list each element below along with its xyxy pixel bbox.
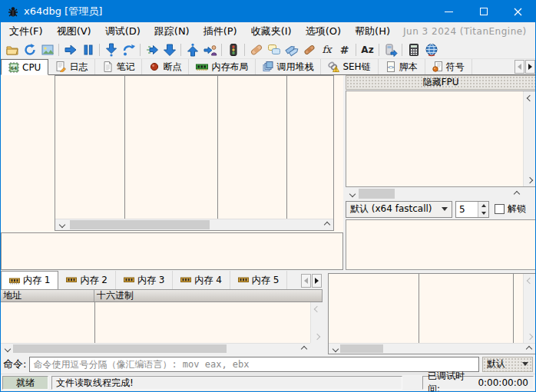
tab-script[interactable]: <> 脚本 [379, 59, 425, 74]
registers-horizontal-scrollbar[interactable] [346, 188, 523, 199]
preferences-button[interactable]: Az [359, 41, 376, 58]
execute-till-return-button[interactable] [184, 41, 201, 58]
unlock-checkbox[interactable] [495, 204, 505, 214]
step-into-button[interactable] [102, 41, 120, 58]
calculator-button[interactable] [405, 41, 422, 58]
scroll-right-button[interactable] [524, 344, 535, 354]
scrollbar-thumb[interactable] [340, 344, 383, 353]
scrollbar-thumb[interactable] [70, 220, 210, 229]
column-header-hex[interactable]: 十六进制 [94, 290, 323, 301]
argument-count-spinner[interactable]: 5 [455, 201, 489, 218]
spin-up-button[interactable] [478, 202, 488, 209]
tab-seh-chain[interactable]: SEH链 [321, 59, 378, 74]
trace-record-button[interactable] [224, 41, 242, 58]
tab-memory-map[interactable]: 内存布局 [189, 59, 256, 74]
command-input[interactable] [29, 357, 479, 372]
tab-scroll-left-button[interactable] [514, 60, 524, 74]
open-file-button[interactable] [3, 41, 21, 58]
scrollbar-track[interactable] [12, 344, 299, 354]
menu-debug[interactable]: 调试(D) [98, 22, 147, 41]
calling-convention-select[interactable]: 默认 (x64 fastcall) [346, 201, 452, 218]
column-header-address[interactable]: 地址 [1, 290, 94, 301]
tab-call-stack[interactable]: 调用堆栈 [256, 59, 321, 74]
bookmarks-button[interactable] [300, 41, 318, 58]
tab-breakpoints[interactable]: 断点 [142, 59, 189, 74]
export-log-button[interactable] [382, 41, 399, 58]
trace-into-button[interactable] [143, 41, 160, 58]
step-over-button[interactable] [120, 41, 137, 58]
scrollbar-track[interactable] [524, 285, 535, 331]
scroll-left-button[interactable] [346, 188, 357, 199]
trace-over-button[interactable] [160, 41, 178, 58]
maximize-button[interactable] [466, 1, 501, 22]
spin-down-button[interactable] [478, 209, 488, 217]
registers-view[interactable] [346, 91, 536, 187]
close-button[interactable] [501, 1, 535, 22]
scroll-left-button[interactable] [1, 344, 12, 354]
menu-favourites[interactable]: 收藏夹(I) [244, 22, 299, 41]
panel-splitter[interactable] [323, 270, 328, 354]
run-button[interactable] [61, 41, 79, 58]
minimize-button[interactable] [432, 1, 466, 22]
stack-table[interactable] [329, 274, 535, 343]
stack-vertical-scrollbar[interactable] [523, 274, 535, 343]
menu-options[interactable]: 选项(O) [299, 22, 348, 41]
scrollbar-track[interactable] [311, 314, 323, 331]
tab-scroll-right-button[interactable] [525, 60, 535, 74]
title-bar[interactable]: x64dbg [管理员] [1, 1, 535, 22]
hide-fpu-button[interactable]: 隐藏FPU [346, 75, 536, 90]
tab-symbols[interactable]: 符号 [425, 59, 472, 74]
labels-button[interactable] [283, 41, 300, 58]
scroll-up-button[interactable] [524, 91, 535, 103]
command-profile-select[interactable]: 默认 [482, 357, 533, 372]
patches-button[interactable] [247, 41, 265, 58]
memory-vertical-scrollbar[interactable] [310, 302, 323, 343]
scroll-down-button[interactable] [524, 175, 535, 186]
scroll-up-button[interactable] [311, 302, 323, 314]
menu-file[interactable]: 文件(F) [2, 22, 50, 41]
scroll-right-button[interactable] [322, 219, 333, 230]
memory-tab-scroll-right-button[interactable] [312, 274, 322, 288]
hash-window-button[interactable]: # [336, 41, 353, 58]
tab-dump-1[interactable]: 内存 1 [1, 271, 58, 289]
menu-plugins[interactable]: 插件(P) [197, 22, 244, 41]
restart-button[interactable] [21, 41, 38, 58]
tab-dump-4[interactable]: 内存 4 [173, 271, 230, 289]
comments-button[interactable] [265, 41, 283, 58]
scrollbar-track[interactable] [67, 219, 322, 230]
stack-horizontal-scrollbar[interactable] [329, 343, 535, 354]
scrollbar-track[interactable] [340, 344, 524, 354]
scrollbar-track[interactable] [524, 103, 535, 175]
scroll-right-button[interactable] [511, 188, 523, 199]
close-debuggee-button[interactable] [38, 41, 56, 58]
memory-horizontal-scrollbar[interactable] [1, 343, 310, 354]
registers-vertical-scrollbar[interactable] [523, 91, 535, 186]
pause-button[interactable] [79, 41, 97, 58]
scroll-up-button[interactable] [524, 274, 535, 285]
arguments-view[interactable] [346, 219, 536, 270]
menu-view[interactable]: 视图(V) [50, 22, 98, 41]
menu-help[interactable]: 帮助(H) [348, 22, 397, 41]
internet-button[interactable] [422, 41, 440, 58]
disassembly-horizontal-scrollbar[interactable] [55, 219, 333, 230]
tab-notes[interactable]: 笔记 [95, 59, 142, 74]
memory-tab-scroll-left-button[interactable] [301, 274, 311, 288]
tab-log[interactable]: 日志 [48, 59, 95, 74]
tab-dump-5[interactable]: 内存 5 [230, 271, 287, 289]
menu-trace[interactable]: 跟踪(N) [147, 22, 197, 41]
stack-panel[interactable] [328, 273, 536, 354]
tab-dump-3[interactable]: 内存 3 [116, 271, 173, 289]
scroll-down-button[interactable] [311, 331, 323, 343]
tab-cpu[interactable]: 64 CPU [1, 59, 48, 75]
cpu-disassembly-panel[interactable] [1, 75, 343, 270]
scrollbar-thumb[interactable] [13, 344, 227, 353]
functions-button[interactable]: fx [318, 41, 336, 58]
scroll-down-button[interactable] [524, 331, 535, 343]
tab-dump-2[interactable]: 内存 2 [58, 271, 115, 289]
run-to-user-code-button[interactable] [201, 41, 219, 58]
disassembly-table[interactable] [55, 75, 334, 231]
scroll-left-button[interactable] [329, 344, 340, 354]
scrollbar-track[interactable] [357, 188, 511, 199]
scroll-left-button[interactable] [55, 219, 67, 230]
scroll-right-button[interactable] [299, 344, 310, 354]
